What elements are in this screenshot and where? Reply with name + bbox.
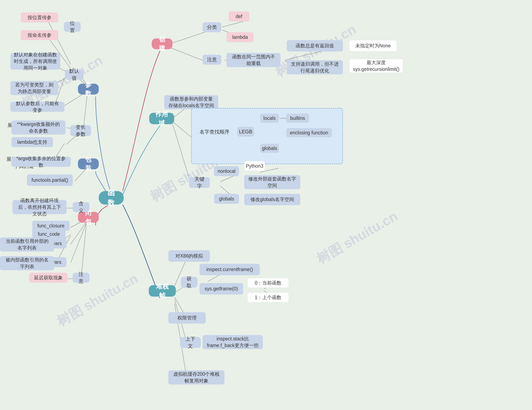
no-overload-label: 函数在同一范围内不能重载 (230, 53, 277, 67)
varargs-label: 变长参数 (74, 124, 87, 138)
lazy-note-label: 注意 (76, 271, 86, 285)
args-node: *args收集多余的位置参数 (11, 157, 71, 167)
mutable-static-label: 若为可变类型，则为静态局部变量 (14, 81, 55, 95)
name-order-label: 名字查找顺序 (200, 128, 229, 135)
args-label: *args收集多余的位置参数 (15, 155, 67, 168)
classify-node: 分类 (203, 22, 221, 32)
none-default-node: 未指定时为None (349, 40, 397, 52)
def-node: def (228, 11, 249, 21)
current-func-label: 0：当前函数 (255, 280, 281, 286)
context-node: 上下文 (180, 337, 201, 348)
inspect-cf-node: inspect.currentframe() (200, 264, 260, 275)
svg-line-0 (171, 31, 208, 44)
privilege-label: 权限管理 (178, 315, 197, 321)
prev-func-node: 1：上个函数 (247, 292, 289, 302)
lazy-text-label: 延迟获取现象 (34, 274, 63, 281)
inspect-stack-label: inspect.stack比frame.f_back更方便一些 (206, 335, 260, 349)
lambda-support-node: lambda也支持 (11, 137, 53, 147)
nonlocal-node: nonlocal (214, 166, 239, 176)
co-freevars-desc-node: 当前函数引用外部的名字列表 (0, 237, 54, 252)
modify-globals-label: 修改globals名字空间 (250, 196, 294, 203)
func-code-label: func_code (38, 231, 60, 237)
enclosing-item: enclosing function (286, 128, 332, 137)
modify-outer-node: 修改外部嵌套函数名字空间 (244, 175, 300, 189)
current-func-node: 0：当前函数 (247, 278, 289, 288)
sys-getframe-node: sys.getframe(0) (200, 283, 243, 295)
no-overload-node: 函数在同一范围内不能重载 (227, 53, 281, 67)
inspect-stack-node: inspect.stack比frame.f_back更方便一些 (203, 335, 263, 349)
legb-label: LEGB (239, 128, 252, 135)
co-freevars-desc-label: 当前函数引用外部的名字列表 (3, 238, 51, 251)
name-order-node: 名字查找顺序 (192, 126, 237, 138)
name-param-node: 按命名传参 (21, 30, 58, 40)
mutable-static-node: 若为可变类型，则为静态局部变量 (10, 81, 58, 95)
always-return-node: 函数总是有返回值 (287, 40, 343, 52)
position-node: 位置 (64, 22, 81, 32)
co-cellvars-desc-label: 被内部函数引用的名字列表 (3, 257, 51, 270)
svg-line-1 (171, 48, 208, 62)
max-depth-label: 最大深度sys.getrecursionlimit() (353, 59, 400, 73)
default-obj-node: 默认对象在创建函数时生成，所有调用使用同一对象 (10, 53, 60, 70)
lambda-node: lambda (227, 32, 254, 42)
globals-item: globals (260, 144, 279, 153)
keyword-node: 关键字 (189, 177, 210, 188)
modify-globals-node: 修改globals名字空间 (244, 194, 300, 205)
lambda-label: lambda (232, 34, 248, 40)
locals-ns-label: 函数形参和内部变量存储在locals名字空间 (168, 95, 215, 109)
modify-outer-label: 修改外部嵌套函数名字空间 (247, 176, 297, 189)
python3-label: Python3 (246, 163, 263, 169)
svg-line-43 (71, 223, 86, 263)
svg-line-12 (172, 121, 191, 137)
only-var-label: 默认参数后，只能有变参 (14, 100, 61, 113)
wrap-node: 包装 (78, 158, 99, 169)
python3-node: Python3 (244, 161, 265, 171)
kwargs-node: **kwargs收集额外的命名参数 (11, 121, 66, 135)
stack-node: 堆栈帧 (149, 285, 176, 297)
svg-line-13 (172, 124, 191, 185)
wrap-label: 包装 (83, 155, 94, 173)
context-label: 上下文 (184, 335, 197, 349)
pos-param-label: 按位置传参 (28, 14, 52, 21)
locals-ns-node: 函数形参和内部变量存储在locals名字空间 (164, 95, 218, 109)
def-label: def (236, 13, 242, 20)
name-param-label: 按命名传参 (28, 32, 52, 38)
params-node: 参数 (78, 84, 99, 94)
globals-kw-label: globals (219, 196, 234, 202)
virtual-cache-node: 虚拟机缓存200个堆栈帧复用对象 (168, 370, 224, 384)
meaning-text-label: 函数离开创建环境后，依然持有其上下文状态 (16, 197, 63, 217)
get-node: 获取 (181, 277, 197, 288)
support-recursion-node: 支持递归调用，但不进行尾递归优化 (287, 60, 343, 74)
center-node: 函数 (99, 191, 124, 205)
func-closure-label: func_closure (38, 223, 64, 229)
legb-node: LEGB (237, 127, 254, 137)
get-label: 获取 (185, 275, 194, 289)
functools-node: functools.partial() (27, 175, 73, 186)
prev-func-label: 1：上个函数 (255, 294, 281, 301)
privilege-node: 权限管理 (168, 312, 206, 324)
lambda-support-label: lambda也支持 (17, 139, 47, 145)
meaning-text-node: 函数离开创建环境后，依然持有其上下文状态 (12, 200, 66, 214)
params-label: 参数 (83, 80, 94, 98)
center-label: 函数 (104, 188, 118, 208)
kwargs-label: **kwargs收集额外的命名参数 (15, 121, 62, 134)
support-recursion-label: 支持递归调用，但不进行尾递归优化 (290, 61, 340, 74)
scope-label: 作用域 (154, 110, 170, 127)
classify-label: 分类 (207, 24, 217, 31)
svg-line-9 (285, 56, 301, 60)
lazy-note-node: 注意 (73, 273, 89, 283)
simulate-label: 对X86的模拟 (175, 252, 203, 259)
pos-param-node: 按位置传参 (21, 12, 58, 22)
inspect-cf-label: inspect.currentframe() (206, 266, 253, 273)
locals-item: locals (260, 114, 279, 123)
simulate-node: 对X86的模拟 (168, 250, 210, 262)
virtual-cache-label: 虚拟机缓存200个堆栈帧复用对象 (172, 371, 221, 384)
nonlocal-label: nonlocal (218, 168, 236, 175)
watermark-4: 树图 shuitu.cn (313, 207, 401, 268)
default-label: 默认值 (69, 67, 80, 81)
always-return-label: 函数总是有返回值 (296, 42, 334, 49)
max-depth-node: 最大深度sys.getrecursionlimit() (349, 59, 403, 73)
default-node: 默认值 (65, 70, 84, 80)
stack-label: 堆栈帧 (153, 282, 171, 300)
only-var-node: 默认参数后，只能有变参 (10, 102, 64, 112)
co-cellvars-desc-node: 被内部函数引用的名字列表 (0, 256, 54, 270)
